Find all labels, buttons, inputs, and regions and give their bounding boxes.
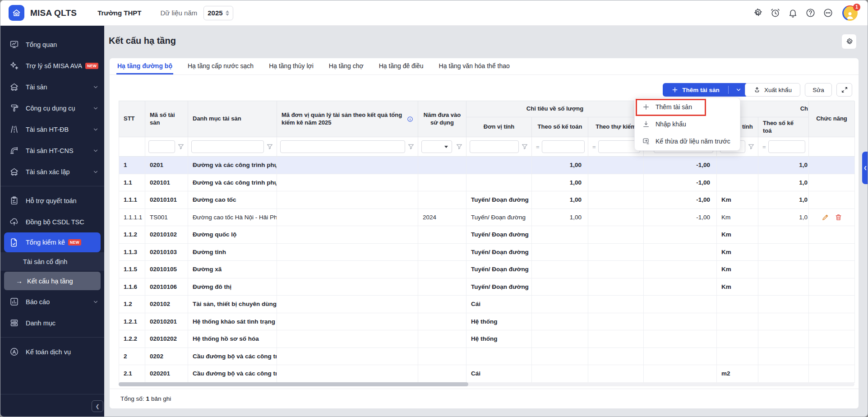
tab-2[interactable]: Hạ tầng thủy lợi xyxy=(268,58,314,74)
table-row[interactable]: 1.1.302010103Đường tỉnhTuyến/ Đoạn đường… xyxy=(119,244,854,261)
page-settings-button[interactable] xyxy=(841,34,857,49)
tab-1[interactable]: Hạ tầng cấp nước sạch xyxy=(187,58,254,74)
cell-diff: -1,00 xyxy=(644,174,717,192)
funnel-icon[interactable] xyxy=(456,143,463,150)
column-header-code[interactable]: Mã số tài sản xyxy=(145,101,188,137)
column-header-unit-code[interactable]: Mã đơn vị quản lý tài sản theo kết quả t… xyxy=(277,101,418,137)
sidebar-item-5[interactable]: Tài sản HT-CNS xyxy=(0,140,104,161)
cell-unit: Tuyến/ Đoạn đường xyxy=(466,261,532,278)
column-header-qty2[interactable]: Theo số kế toá xyxy=(758,117,809,137)
tab-4[interactable]: Hạ tầng đê điều xyxy=(378,58,425,74)
table-row[interactable]: 1.1.102010101Đường cao tốcTuyến/ Đoạn đư… xyxy=(119,191,854,209)
filter-input-unit_code[interactable] xyxy=(280,140,405,153)
funnel-icon[interactable] xyxy=(521,143,528,150)
edit-row-icon[interactable] xyxy=(822,213,829,221)
user-avatar[interactable]: 1 xyxy=(842,5,858,21)
sidebar-subitem-0[interactable]: Tài sản cố định xyxy=(0,252,104,271)
equals-operator[interactable]: = xyxy=(762,144,766,150)
sidebar-item-3[interactable]: Công cụ dụng cụ xyxy=(0,97,104,119)
sidebar-item-0[interactable]: Tổng quan xyxy=(0,34,104,55)
funnel-icon[interactable] xyxy=(266,143,273,150)
table-row[interactable]: 1.1.202010102Đường quốc lộTuyến/ Đoạn đư… xyxy=(119,226,854,244)
cell-code: 020102 xyxy=(145,296,188,313)
cell-name: Cầu đường bộ và các công trình phụ t... xyxy=(188,348,277,366)
sidebar-item-9[interactable]: Tổng kiểm kêNEW xyxy=(4,232,101,252)
filter-input-qty_check[interactable] xyxy=(598,140,640,153)
funnel-icon[interactable] xyxy=(748,143,755,150)
delete-row-icon[interactable] xyxy=(835,213,842,221)
table-row[interactable]: 1.1.1.1TS001Đường cao tốc Hà Nội - Hải P… xyxy=(119,209,854,227)
filter-input-code[interactable] xyxy=(148,140,175,153)
filter-input-unit[interactable] xyxy=(470,140,519,153)
asset-icon xyxy=(9,82,19,92)
funnel-icon[interactable] xyxy=(407,143,415,150)
sidebar-item-6[interactable]: Tài sản xác lập xyxy=(0,161,104,182)
cell-qty2: 1,0 xyxy=(758,157,809,174)
filter-input-name[interactable] xyxy=(191,140,264,153)
table-row[interactable]: 1.2.202010202Hệ thống hồ sơ số hóaHệ thố… xyxy=(119,330,854,348)
sidebar-subitem-label: Tài sản cố định xyxy=(23,258,67,265)
cell-qty_book: 1,00 xyxy=(532,174,588,192)
table-row[interactable]: 1.2020102Tài sản, thiết bị chuyên dùng p… xyxy=(119,296,854,313)
tab-3[interactable]: Hạ tầng chợ xyxy=(328,58,365,74)
table-row[interactable]: 1.1020101Đường và các công trình phụ trợ… xyxy=(119,174,854,192)
sidebar-item-7[interactable]: Hỗ trợ quyết toán xyxy=(0,190,104,211)
column-group-quantity[interactable]: Chỉ tiêu về số lượng xyxy=(466,101,644,117)
sidebar-item-4[interactable]: Tài sản HT-ĐB xyxy=(0,119,104,140)
menu-item-0[interactable]: Thêm tài sản xyxy=(635,98,740,116)
horizontal-scrollbar[interactable] xyxy=(119,382,854,386)
cell-unit_code xyxy=(277,191,418,209)
sidebar-item-2[interactable]: Tài sản xyxy=(0,76,104,97)
menu-item-1[interactable]: Nhập khẩu xyxy=(635,116,740,133)
tab-0[interactable]: Hạ tầng đường bộ xyxy=(116,58,173,74)
cell-name: Đường quốc lộ xyxy=(188,226,277,244)
table-row[interactable]: 1.1.602010106Đường đô thịTuyến/ Đoạn đườ… xyxy=(119,278,854,296)
column-header-unit[interactable]: Đơn vị tính xyxy=(466,117,532,137)
table-row[interactable]: 20202Cầu đường bộ và các công trình phụ … xyxy=(119,348,854,366)
cell-code: 020201 xyxy=(145,365,188,383)
filter-input-qty_book[interactable] xyxy=(542,140,585,153)
sidebar-item-12[interactable]: Kế toán dịch vụ xyxy=(0,341,104,362)
info-icon[interactable] xyxy=(407,116,413,122)
total-label: Tổng số: xyxy=(120,395,144,402)
menu-item-2[interactable]: Kế thừa dữ liệu năm trước xyxy=(635,133,740,150)
filter-input-qty2[interactable] xyxy=(768,140,805,153)
table-row[interactable]: 1.1.502010105Đường xãTuyến/ Đoạn đườngKm xyxy=(119,261,854,278)
equals-operator[interactable]: = xyxy=(535,144,540,150)
edit-button[interactable]: Sửa xyxy=(805,83,832,97)
sidebar-item-1[interactable]: Trợ lý số MISA AVANEW xyxy=(0,55,104,76)
add-asset-button[interactable]: Thêm tài sản xyxy=(663,83,748,97)
notifications-icon[interactable] xyxy=(788,8,798,18)
scrollbar-thumb[interactable] xyxy=(119,382,468,386)
column-header-year[interactable]: Năm đưa vào sử dụng xyxy=(418,101,466,137)
side-panel-handle[interactable]: ❮ xyxy=(862,152,868,184)
column-header-actions[interactable]: Chức năng xyxy=(809,101,855,137)
more-icon[interactable] xyxy=(823,8,833,18)
cell-year xyxy=(418,313,466,331)
sidebar-item-11[interactable]: Danh mục xyxy=(0,312,104,334)
expand-button[interactable] xyxy=(836,83,852,97)
export-button[interactable]: Xuất khẩu xyxy=(745,83,800,97)
table-row[interactable]: 1.2.102010201Hệ thống khảo sát tình trạn… xyxy=(119,313,854,331)
reminder-icon[interactable] xyxy=(770,8,780,18)
column-header-name[interactable]: Danh mục tài sản xyxy=(188,101,277,137)
table-row[interactable]: 2.1020201Cầu đường bộ và các công trình … xyxy=(119,365,854,383)
equals-operator[interactable]: = xyxy=(591,144,596,150)
total-unit: bản ghi xyxy=(151,395,171,402)
tab-5[interactable]: Hạ tầng văn hóa thể thao xyxy=(438,58,511,74)
funnel-icon[interactable] xyxy=(177,143,185,150)
sidebar-item-10[interactable]: Báo cáo xyxy=(0,291,104,312)
help-icon[interactable] xyxy=(805,8,816,18)
year-spinner-icon[interactable] xyxy=(226,10,229,16)
year-select[interactable]: 2025 xyxy=(203,6,233,20)
sidebar-item-8[interactable]: Đồng bộ CSDL TSC xyxy=(0,211,104,232)
table-row[interactable]: 10201Đường và các công trình phụ trợ gắn… xyxy=(119,157,854,174)
sidebar-collapse-button[interactable]: ❮ xyxy=(92,400,103,412)
column-header-qty-book[interactable]: Theo số kế toán xyxy=(532,117,588,137)
sidebar-subitem-1[interactable]: →Kết cấu hạ tầng xyxy=(4,272,101,290)
edit-label: Sửa xyxy=(813,87,824,93)
column-header-stt[interactable]: STT xyxy=(119,101,145,137)
settings-icon[interactable] xyxy=(753,8,763,18)
app-logo-icon[interactable] xyxy=(9,5,24,21)
cell-diff xyxy=(644,261,717,278)
